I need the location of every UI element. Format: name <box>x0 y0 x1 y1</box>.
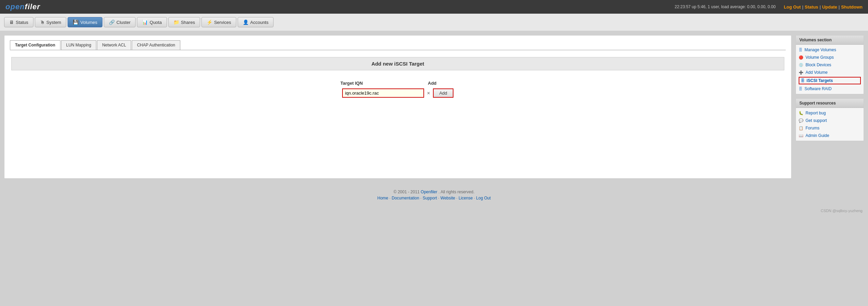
nav-services[interactable]: ⚡ Services <box>201 17 236 27</box>
sidebar-report-bug[interactable]: 🐛 Report bug <box>799 110 861 116</box>
top-bar: openfiler 22:23:57 up 5:46, 1 user, load… <box>0 0 868 14</box>
nav-shares[interactable]: 📁 Shares <box>168 17 200 27</box>
content-panel: Target Configuration LUN Mapping Network… <box>4 35 792 179</box>
sub-tabs: Target Configuration LUN Mapping Network… <box>4 36 791 50</box>
footer-home-link[interactable]: Home <box>377 196 388 200</box>
report-bug-icon: 🐛 <box>799 111 803 115</box>
get-support-icon: 💬 <box>799 119 803 123</box>
system-status-text: 22:23:57 up 5:46, 1 user, load average: … <box>675 4 776 9</box>
separator3: | <box>839 4 840 10</box>
accounts-icon: 👤 <box>243 19 249 25</box>
sidebar-software-raid[interactable]: 🗄 Software RAID <box>799 86 861 92</box>
tab-target-config[interactable]: Target Configuration <box>10 40 60 50</box>
iscsi-targets-icon: 🗄 <box>801 79 804 83</box>
block-devices-icon: 💿 <box>799 63 803 67</box>
tab-network-acl[interactable]: Network ACL <box>97 40 131 50</box>
footer-rights: . All rights reserved. <box>438 190 474 194</box>
volumes-icon: 💾 <box>73 19 79 25</box>
volume-groups-icon: 🔴 <box>799 55 803 60</box>
manage-volumes-icon: 🗄 <box>799 48 802 52</box>
sidebar-block-devices[interactable]: 💿 Block Devices <box>799 62 861 68</box>
sidebar-admin-guide[interactable]: 📖 Admin Guide <box>799 133 861 139</box>
top-bar-right: 22:23:57 up 5:46, 1 user, load average: … <box>675 4 863 10</box>
form-fields: Target IQN Add ✕ Add <box>11 81 784 98</box>
footer-website-link[interactable]: Website <box>440 196 455 200</box>
form-title: Add new iSCSI Target <box>11 57 784 70</box>
add-target-button[interactable]: Add <box>433 88 453 98</box>
form-section: Add new iSCSI Target Target IQN Add ✕ Ad… <box>4 50 791 105</box>
status-icon: 🖥 <box>9 19 14 25</box>
logout-link[interactable]: Log Out <box>784 4 801 10</box>
sidebar-support-section: Support resources 🐛 Report bug 💬 Get sup… <box>796 98 864 141</box>
nav-quota[interactable]: 📊 Quota <box>137 17 167 27</box>
footer-openfiler-link[interactable]: Openfiler <box>421 190 437 194</box>
target-iqn-input[interactable] <box>342 88 424 98</box>
nav-bar: 🖥 Status 🖱 System 💾 Volumes 🔗 Cluster 📊 … <box>0 14 868 31</box>
sidebar-get-support[interactable]: 💬 Get support <box>799 117 861 124</box>
nav-volumes[interactable]: 💾 Volumes <box>68 17 102 27</box>
footer-sep3: · <box>438 196 440 200</box>
sidebar-forums[interactable]: 📋 Forums <box>799 125 861 131</box>
logo-open: open <box>5 2 25 11</box>
sidebar-volumes-section: Volumes section 🗄 Manage Volumes 🔴 Volum… <box>796 35 864 94</box>
footer-sep1: · <box>389 196 392 200</box>
nav-system[interactable]: 🖱 System <box>35 17 66 27</box>
field-inputs: ✕ Add <box>342 88 453 98</box>
add-column-label: Add <box>428 81 455 86</box>
status-link[interactable]: Status <box>805 4 818 10</box>
quota-icon: 📊 <box>142 19 148 25</box>
footer-links: Home · Documentation · Support · Website… <box>7 196 861 200</box>
footer-watermark: CSDN @sqlboy-yuzheng <box>0 207 868 214</box>
nav-cluster[interactable]: 🔗 Cluster <box>104 17 136 27</box>
footer-logout-link[interactable]: Log Out <box>476 196 491 200</box>
target-iqn-label: Target IQN <box>340 81 422 86</box>
services-icon: ⚡ <box>207 19 212 25</box>
footer-support-link[interactable]: Support <box>423 196 437 200</box>
separator2: | <box>820 4 821 10</box>
admin-guide-icon: 📖 <box>799 134 803 138</box>
separator1: | <box>802 4 803 10</box>
nav-services-label: Services <box>214 20 231 25</box>
cluster-icon: 🔗 <box>109 19 115 25</box>
clear-input-button[interactable]: ✕ <box>427 91 430 96</box>
volumes-section-title: Volumes section <box>796 36 864 45</box>
logo-filer: filer <box>25 2 40 11</box>
support-links: 🐛 Report bug 💬 Get support 📋 Forums 📖 Ad… <box>796 108 864 141</box>
system-icon: 🖱 <box>40 19 45 25</box>
nav-quota-label: Quota <box>150 20 162 25</box>
top-bar-links: Log Out | Status | Update | Shutdown <box>784 4 863 10</box>
footer-license-link[interactable]: License <box>459 196 473 200</box>
software-raid-icon: 🗄 <box>799 87 802 91</box>
sidebar-add-volume[interactable]: ➕ Add Volume <box>799 69 861 75</box>
footer-sep2: · <box>420 196 423 200</box>
app-logo: openfiler <box>5 2 40 11</box>
support-section-title: Support resources <box>796 99 864 108</box>
tab-chap-auth[interactable]: CHAP Authentication <box>132 40 180 50</box>
footer-text: © 2001 - 2011 <box>394 190 421 194</box>
nav-status[interactable]: 🖥 Status <box>4 17 33 27</box>
sidebar-manage-volumes[interactable]: 🗄 Manage Volumes <box>799 47 861 53</box>
footer-copyright: © 2001 - 2011 Openfiler . All rights res… <box>7 190 861 194</box>
sidebar-volume-groups[interactable]: 🔴 Volume Groups <box>799 54 861 60</box>
footer: © 2001 - 2011 Openfiler . All rights res… <box>0 183 868 207</box>
forums-icon: 📋 <box>799 126 803 130</box>
shares-icon: 📁 <box>173 19 179 25</box>
nav-status-label: Status <box>16 20 28 25</box>
volumes-links: 🗄 Manage Volumes 🔴 Volume Groups 💿 Block… <box>796 45 864 94</box>
field-headers: Target IQN Add <box>340 81 455 86</box>
nav-volumes-label: Volumes <box>80 20 97 25</box>
sidebar-iscsi-targets[interactable]: 🗄 iSCSI Targets <box>799 77 861 84</box>
nav-cluster-label: Cluster <box>116 20 130 25</box>
sidebar: Volumes section 🗄 Manage Volumes 🔴 Volum… <box>796 35 864 179</box>
footer-sep4: · <box>456 196 459 200</box>
main-content: Target Configuration LUN Mapping Network… <box>0 31 868 183</box>
nav-shares-label: Shares <box>181 20 195 25</box>
nav-accounts-label: Accounts <box>250 20 268 25</box>
shutdown-link[interactable]: Shutdown <box>841 4 863 10</box>
update-link[interactable]: Update <box>822 4 837 10</box>
add-volume-icon: ➕ <box>799 70 803 75</box>
tab-lun-mapping[interactable]: LUN Mapping <box>61 40 96 50</box>
nav-accounts[interactable]: 👤 Accounts <box>238 17 274 27</box>
nav-system-label: System <box>46 20 61 25</box>
footer-docs-link[interactable]: Documentation <box>392 196 419 200</box>
